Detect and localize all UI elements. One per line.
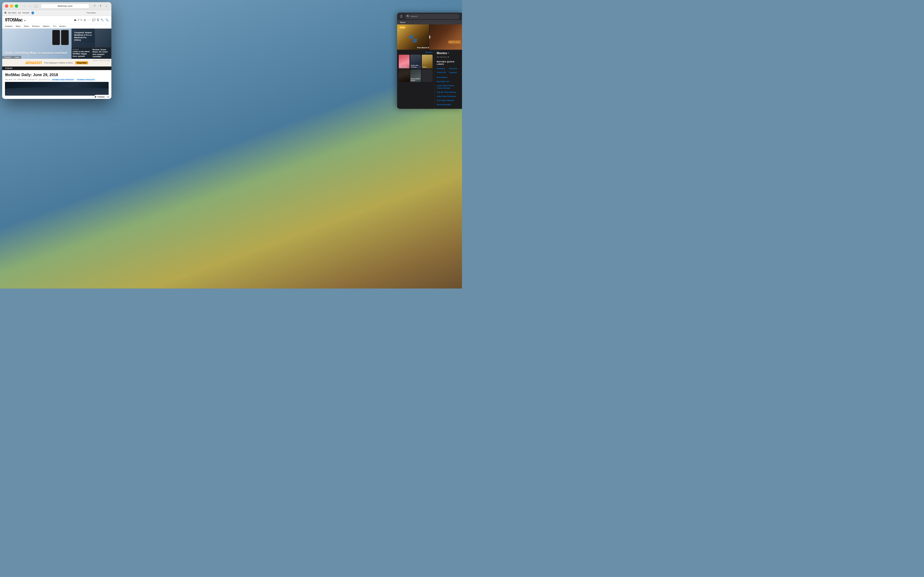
movie-acrimony[interactable] — [399, 69, 409, 82]
link-my-wish-list[interactable]: My Wish List — [437, 80, 460, 83]
safari-new-tab-button[interactable]: + — [104, 4, 108, 8]
hero-next-button[interactable]: › — [429, 35, 431, 39]
nav-mac[interactable]: Mac ▾ — [16, 25, 21, 27]
reader-icon[interactable]: Aa — [18, 11, 21, 14]
hero-bottom-stories: 9to5Mac Listen to the latest 9to5Mac Hap… — [71, 47, 111, 59]
shop-now-button[interactable]: Shop Now — [75, 61, 88, 64]
safari-share-button[interactable]: ⬆ — [98, 4, 103, 8]
see-all-link[interactable]: See All › — [425, 52, 433, 53]
ad-banner: Eligible orders over $25 amazon Free shi… — [2, 59, 111, 66]
safari-titlebar: ‹ › ⬜ 9to5mac.com ↺ ⬆ + — [2, 2, 111, 10]
link-redeem[interactable]: Redeem — [437, 67, 447, 70]
movie-image: 🐾 — [408, 34, 418, 43]
bookmark-count: 293 — [31, 11, 34, 14]
link-itunes-extras[interactable]: Learn More About iTunes Extras — [437, 84, 460, 89]
reader-label[interactable]: Reader — [22, 11, 29, 14]
tag-daily-podcast[interactable]: 9TO5MAC DAILY PODCAST — [51, 79, 75, 81]
article-title[interactable]: 9to5Mac Daily: June 29, 2018 — [5, 72, 108, 77]
safari-reload-button[interactable]: ↺ — [92, 4, 97, 8]
movie-hero-mission[interactable]: MISSIC › — [429, 24, 462, 50]
nav-ipad[interactable]: iPad ▾ — [24, 25, 29, 27]
tag-podcasts[interactable]: 9TO5MAC PODCASTS — [76, 79, 96, 81]
link-top-movies[interactable]: Top All-Time Movies — [437, 91, 460, 93]
hero-side-story[interactable]: Compared: Huawei MateBook X Pro vs MacBo… — [71, 29, 111, 47]
movie-title-label: Love, Simon — [399, 66, 409, 68]
dollar-icon[interactable]: $ — [97, 18, 99, 21]
hero-headline: Apple rebuilding Maps in massive overhau… — [5, 51, 67, 55]
movies-row-2: Woman Walks Ahead — [399, 69, 433, 82]
youtube-icon[interactable]: ▶ — [74, 18, 77, 21]
road-visual — [5, 87, 108, 96]
nav-iphone[interactable]: iPhone ▾ — [32, 25, 40, 27]
itunes-search-bar[interactable]: 🔍 Search — [405, 14, 459, 19]
itunes-panel: ☰ 🔍 Search Store Dogs 🐾 MISSIC › Five-Mo… — [397, 13, 462, 109]
my-sites-label[interactable]: ⊞ — [5, 11, 6, 14]
quick-links-title: MOVIES QUICK LINKS — [437, 60, 460, 65]
hero-main-story[interactable]: Apple rebuilding Maps in massive overhau… — [2, 29, 71, 59]
see-all-row: See All › — [399, 52, 433, 53]
hero-tab-new[interactable]: New — [13, 56, 21, 59]
link-purchased[interactable]: Purchased — [437, 76, 460, 79]
wrench-icon[interactable]: 🔧 — [100, 18, 104, 21]
bottom-story-1[interactable]: 9to5Mac Listen to the latest 9to5Mac Hap… — [71, 48, 92, 59]
movie-title-label: Tomb... — [422, 66, 432, 68]
genres-dropdown-arrow[interactable]: ▾ — [448, 56, 449, 58]
itunes-store-tab[interactable]: Store — [397, 20, 462, 24]
nav-watch[interactable]: Watch ▾ — [43, 25, 50, 27]
safari-back-button[interactable]: ‹ — [22, 4, 26, 8]
follow-bar[interactable]: ▶ Follow ••• — [93, 95, 111, 99]
movies-title[interactable]: Movies — [437, 52, 447, 55]
link-indie-new-releases[interactable]: Indie New Releases — [437, 95, 460, 98]
itunes-menu-icon[interactable]: ☰ — [400, 15, 403, 18]
see-all-label: See All — [425, 52, 431, 53]
movie-title-label: Woman Walks Ahead — [411, 78, 420, 81]
movies-dropdown-arrow[interactable]: ▾ — [448, 52, 449, 55]
safari-maximize-button[interactable] — [15, 5, 18, 8]
nav-music[interactable]: Music ▾ — [60, 25, 66, 27]
phone-images — [52, 30, 69, 45]
hero-tab-current[interactable]: Current — [2, 56, 13, 59]
side-story-title: Compared: Huawei MateBook X Pro vs MacBo… — [73, 30, 95, 43]
more-options-icon[interactable]: ••• — [107, 96, 109, 98]
bottom-story-2[interactable]: Review: Sonos Beam, the smart and compac… — [92, 48, 111, 59]
more-icon[interactable]: ⋯ — [88, 18, 90, 21]
movie-woman-walks[interactable]: Woman Walks Ahead — [410, 69, 421, 82]
quick-links-list: Purchased My Wish List Learn More About … — [437, 76, 460, 106]
link-preorder-movies[interactable]: Pre-Order Movies — [437, 99, 460, 102]
movie-pacific-rim[interactable]: Pacific Rim: Uprising — [410, 55, 421, 68]
link-account[interactable]: Account — [449, 67, 460, 70]
safari-toolbar: ⊞ My Sites Aa Reader 293 Favorites — [2, 10, 111, 16]
article-twitter[interactable]: @apollozac — [39, 78, 50, 81]
my-sites-text[interactable]: My Sites — [8, 11, 16, 14]
chat-icon[interactable]: 💬 — [92, 18, 95, 21]
link-send-gift[interactable]: Send Gift — [437, 71, 447, 74]
ad-disclaimer: Eligible orders over $25 — [93, 60, 110, 61]
link-support[interactable]: Support — [449, 71, 460, 74]
safari-minimize-button[interactable] — [10, 5, 13, 8]
site-social-icons: ▶ f 𝕥 ◎ ⋯ 💬 $ 🔧 🔍 — [74, 18, 108, 21]
quick-links-grid: Redeem Account Send Gift Support — [437, 67, 460, 74]
safari-close-button[interactable] — [5, 5, 8, 8]
link-movie-bundles[interactable]: Movie Bundles — [437, 103, 460, 106]
safari-forward-button[interactable]: › — [27, 4, 32, 8]
itunes-movies-section: See All › Love, Simon Pacific Rim: Upris… — [397, 50, 462, 109]
twitter-icon[interactable]: 𝕥 — [81, 18, 82, 21]
follow-icon: ▶ — [95, 96, 97, 98]
facebook-icon[interactable]: f — [78, 18, 79, 21]
hero-section: Apple rebuilding Maps in massive overhau… — [2, 29, 111, 59]
article-content: 9to5Mac Daily: June 29, 2018 Zac Hall Ju… — [2, 70, 111, 98]
safari-tabs-button[interactable]: ⬜ — [34, 4, 38, 8]
movie-tomb3[interactable]: Tomb... — [422, 55, 433, 68]
nav-guides[interactable]: Guides ▾ — [5, 25, 13, 27]
movies-row-1: Love, Simon Pacific Rim: Uprising Tomb..… — [399, 55, 433, 68]
safari-address-bar[interactable]: 9to5mac.com — [41, 3, 89, 8]
movie-love-simon[interactable]: Love, Simon — [399, 55, 409, 68]
all-genres-link[interactable]: All Genres — [437, 56, 447, 58]
movie-title-text: MISSIC — [449, 40, 461, 44]
nav-tv[interactable]: TV ▾ — [53, 25, 57, 27]
instagram-icon[interactable]: ◎ — [84, 18, 86, 21]
movie-hero-dogs[interactable]: Dogs 🐾 — [397, 24, 429, 50]
quick-links-panel: Movies ▾ All Genres ▾ MOVIES QUICK LINKS… — [435, 50, 462, 109]
movie-placeholder — [422, 69, 433, 82]
search-icon[interactable]: 🔍 — [105, 18, 108, 21]
